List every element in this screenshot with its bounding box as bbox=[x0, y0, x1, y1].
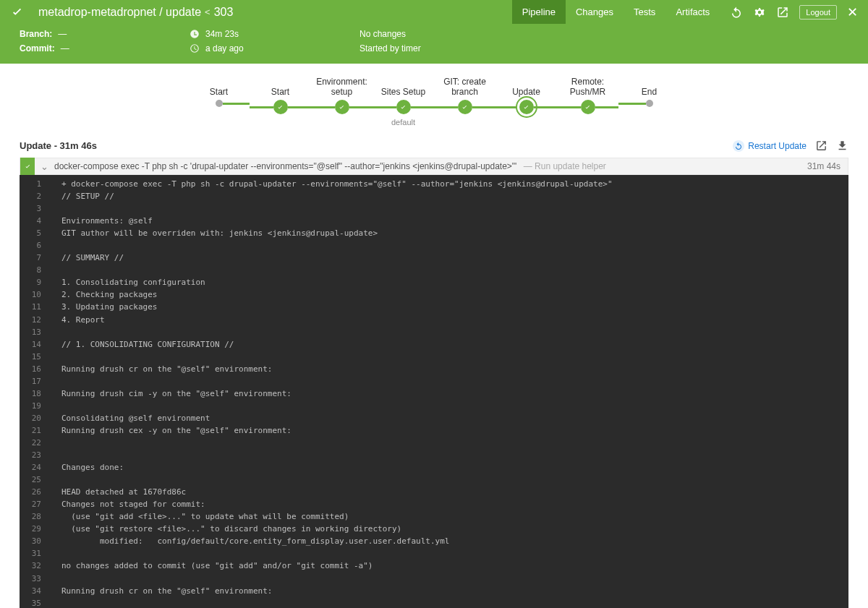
console-line: 102. Checking packages bbox=[20, 288, 848, 301]
console-line: 1+ docker-compose exec -T php sh -c drup… bbox=[20, 178, 848, 190]
stage-node[interactable]: Start bbox=[188, 77, 250, 107]
tab-changes[interactable]: Changes bbox=[566, 0, 624, 24]
console-line: 124. Report bbox=[20, 314, 848, 326]
console-line: 3 bbox=[20, 202, 848, 215]
stage-check-icon bbox=[335, 100, 349, 114]
console-line: 23 bbox=[20, 449, 848, 461]
chevron-left-icon: < bbox=[205, 7, 210, 17]
download-icon[interactable] bbox=[836, 140, 848, 152]
stage-node[interactable]: GIT: create branch bbox=[434, 77, 495, 114]
console-line: 4Environments: @self bbox=[20, 215, 848, 227]
stage-node[interactable]: End bbox=[618, 77, 680, 107]
console-line: 19 bbox=[20, 400, 848, 412]
stage-check-icon bbox=[519, 100, 534, 114]
console-line: 91. Consolidating configuration bbox=[20, 276, 848, 288]
command-hint: — Run update helper bbox=[524, 161, 606, 171]
changes-text: No changes bbox=[359, 29, 406, 39]
commit-value: — bbox=[61, 43, 69, 53]
stage-check-icon bbox=[273, 100, 288, 114]
commit-label: Commit: bbox=[20, 43, 55, 53]
console-line: 30 modified: config/default/core.entity_… bbox=[20, 535, 848, 547]
branch-value: — bbox=[58, 29, 67, 39]
external-link-icon[interactable] bbox=[776, 6, 789, 19]
command-status-icon bbox=[20, 158, 35, 175]
console-line: 32no changes added to commit (use "git a… bbox=[20, 560, 848, 572]
console-line: 26HEAD detached at 1670fd86c bbox=[20, 486, 848, 498]
console-line: 27Changes not staged for commit: bbox=[20, 498, 848, 510]
tab-pipeline[interactable]: Pipeline bbox=[512, 0, 566, 24]
command-string: docker-compose exec -T php sh -c 'drupal… bbox=[54, 161, 516, 171]
console-line: 28 (use "git add <file>..." to update wh… bbox=[20, 510, 848, 523]
header-actions: Logout ✕ bbox=[720, 0, 868, 24]
restart-label: Restart Update bbox=[748, 141, 807, 151]
stage-node[interactable]: Start bbox=[250, 77, 311, 114]
stage-label: Sites Setup bbox=[381, 77, 425, 100]
build-number: 303 bbox=[214, 6, 234, 19]
step-title: Update - 31m 46s bbox=[20, 140, 97, 151]
console-line: 8 bbox=[20, 264, 848, 276]
console-line: 20Consolidating @self environment bbox=[20, 412, 848, 424]
close-icon[interactable]: ✕ bbox=[847, 4, 858, 20]
stage-dot-icon bbox=[646, 100, 653, 107]
branch-label: Branch: bbox=[20, 29, 52, 39]
pipeline-stages: StartStartEnvironment: setupSites Setupd… bbox=[0, 64, 868, 132]
stage-node[interactable]: Sites Setupdefault bbox=[373, 77, 434, 127]
stage-label: Update bbox=[512, 77, 540, 100]
chevron-down-icon[interactable]: ⌄ bbox=[35, 161, 54, 172]
timer-icon bbox=[190, 29, 200, 39]
console-line: 22 bbox=[20, 437, 848, 449]
console-line: 14// 1. CONSOLIDATING CONFIGURATION // bbox=[20, 338, 848, 351]
rerun-icon[interactable] bbox=[730, 6, 743, 19]
clock-icon bbox=[190, 43, 200, 53]
console-line: 5GIT author will be overriden with: jenk… bbox=[20, 227, 848, 239]
header-tabs: Pipeline Changes Tests Artifacts bbox=[512, 0, 720, 24]
console-line: 33 bbox=[20, 573, 848, 585]
gear-icon[interactable] bbox=[753, 6, 766, 19]
stage-label: GIT: create branch bbox=[434, 77, 495, 100]
stage-label: Start bbox=[210, 77, 228, 100]
stage-node[interactable]: Update bbox=[495, 77, 557, 114]
logout-button[interactable]: Logout bbox=[799, 5, 837, 20]
console-line: 34Running drush cr on the "@self" enviro… bbox=[20, 585, 848, 597]
console-line: 31 bbox=[20, 547, 848, 560]
command-text: docker-compose exec -T php sh -c 'drupal… bbox=[54, 161, 800, 171]
step-title-bar: Update - 31m 46s Restart Update bbox=[0, 132, 868, 158]
started-by: Started by timer bbox=[359, 43, 421, 53]
stage-label: Remote: Push/MR bbox=[557, 77, 618, 100]
console-line: 13 bbox=[20, 326, 848, 338]
command-row[interactable]: ⌄ docker-compose exec -T php sh -c 'drup… bbox=[20, 158, 848, 175]
stage-label: Start bbox=[271, 77, 289, 100]
console-line: 35 bbox=[20, 597, 848, 608]
console-line: 18Running drush cim -y on the "@self" en… bbox=[20, 388, 848, 400]
build-status-icon bbox=[0, 0, 34, 24]
console-line: 29 (use "git restore <file>..." to disca… bbox=[20, 523, 848, 535]
stage-sublabel: default bbox=[391, 118, 415, 127]
stage-node[interactable]: Environment: setup bbox=[311, 77, 373, 114]
console-line: 25 bbox=[20, 474, 848, 486]
top-header: metadrop-metadropnet / update < 303 Pipe… bbox=[0, 0, 868, 24]
console-line: 21Running drush cex -y on the "@self" en… bbox=[20, 424, 848, 437]
stage-check-icon bbox=[396, 100, 411, 114]
build-title: metadrop-metadropnet / update < 303 bbox=[34, 0, 237, 24]
console-line: 6 bbox=[20, 239, 848, 252]
console-line: 2// SETUP // bbox=[20, 190, 848, 202]
tab-tests[interactable]: Tests bbox=[624, 0, 665, 24]
duration: 34m 23s bbox=[205, 29, 239, 39]
console-output[interactable]: 1+ docker-compose exec -T php sh -c drup… bbox=[20, 175, 848, 608]
project-name[interactable]: metadrop-metadropnet / update bbox=[38, 6, 201, 19]
console-line: 113. Updating packages bbox=[20, 301, 848, 313]
restart-step-link[interactable]: Restart Update bbox=[733, 140, 807, 152]
stage-check-icon bbox=[458, 100, 472, 114]
console-line: 7// SUMMARY // bbox=[20, 252, 848, 264]
stage-node[interactable]: Remote: Push/MR bbox=[557, 77, 618, 114]
when: a day ago bbox=[205, 43, 244, 53]
console-line: 17 bbox=[20, 375, 848, 388]
console-line: 24Changes done: bbox=[20, 461, 848, 474]
subheader: Branch:— Commit:— 34m 23s a day ago No c… bbox=[0, 24, 868, 64]
console-line: 16Running drush cr on the "@self" enviro… bbox=[20, 363, 848, 375]
tab-artifacts[interactable]: Artifacts bbox=[665, 0, 720, 24]
open-external-icon[interactable] bbox=[815, 140, 827, 152]
stage-dot-icon bbox=[216, 100, 223, 107]
console-line: 15 bbox=[20, 351, 848, 363]
stage-check-icon bbox=[581, 100, 595, 114]
